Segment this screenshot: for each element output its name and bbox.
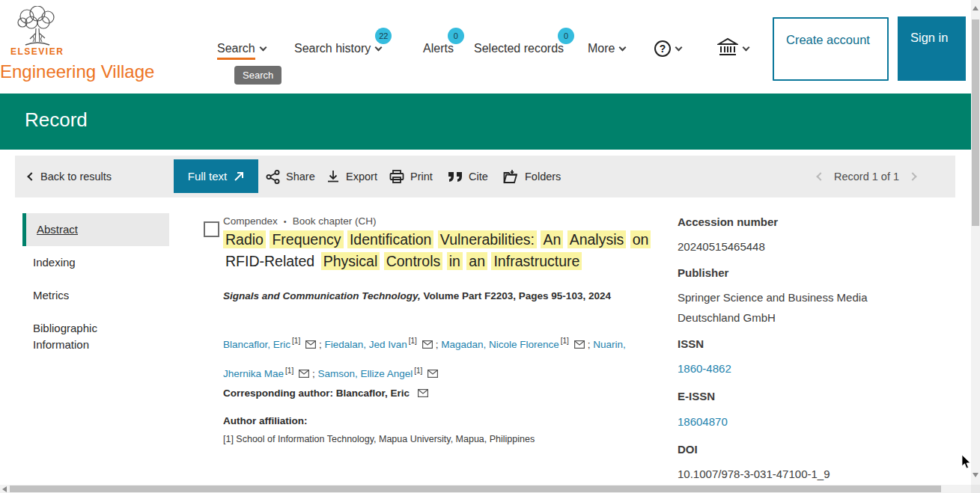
author-entry: Samson, Ellize Angel[1] bbox=[317, 368, 438, 379]
title-word: in bbox=[447, 252, 463, 270]
selected-records-count-badge: 0 bbox=[558, 28, 574, 44]
database-label: Compendex bbox=[223, 215, 278, 227]
page: ELSEVIER Engineering Village Search Sear… bbox=[0, 0, 980, 493]
sidebar-item-metrics[interactable]: Metrics bbox=[22, 279, 169, 312]
next-record-icon[interactable] bbox=[908, 172, 916, 180]
elsevier-wordmark: ELSEVIER bbox=[10, 46, 63, 57]
publisher-label: Publisher bbox=[678, 266, 728, 279]
institution-menu[interactable] bbox=[717, 37, 749, 57]
email-icon[interactable] bbox=[418, 389, 428, 397]
email-icon[interactable] bbox=[574, 340, 585, 349]
eissn-label: E-ISSN bbox=[678, 390, 715, 402]
sidebar-item-bibliographic-information[interactable]: Bibliographic Information bbox=[22, 312, 135, 361]
folder-add-icon bbox=[503, 170, 519, 184]
affiliation-marker: [1] bbox=[285, 367, 293, 375]
help-menu[interactable]: ? bbox=[654, 40, 681, 57]
product-name[interactable]: Engineering Village bbox=[0, 61, 154, 82]
record-nav-label: Record 1 of 1 bbox=[834, 171, 899, 183]
email-icon[interactable] bbox=[427, 370, 438, 378]
chevron-down-icon bbox=[259, 44, 267, 52]
record-title: Radio Frequency Identification Vulnerabi… bbox=[223, 229, 672, 272]
chevron-down-icon bbox=[743, 44, 750, 52]
chevron-down-icon bbox=[675, 44, 683, 52]
record-toolbar: Back to results Full text Share bbox=[15, 156, 955, 197]
institution-icon bbox=[717, 37, 738, 57]
elsevier-tree-logo[interactable] bbox=[10, 6, 63, 51]
title-word: Radio bbox=[223, 230, 266, 248]
share-button[interactable]: Share bbox=[266, 156, 315, 197]
author-entry: Blancaflor, Eric[1] ; bbox=[223, 339, 324, 350]
share-icon bbox=[266, 170, 280, 184]
accession-number-label: Accession number bbox=[678, 215, 778, 228]
sidebar-item-indexing[interactable]: Indexing bbox=[22, 246, 169, 279]
help-icon: ? bbox=[654, 40, 671, 57]
record-section-nav: Abstract Indexing Metrics Bibliographic … bbox=[22, 213, 169, 361]
export-button[interactable]: Export bbox=[326, 156, 377, 197]
email-icon[interactable] bbox=[305, 340, 316, 349]
download-icon bbox=[326, 170, 340, 183]
author-link[interactable]: Magadan, Nicole Florence bbox=[441, 339, 559, 350]
email-icon[interactable] bbox=[299, 370, 309, 378]
sign-in-button[interactable]: Sign in bbox=[898, 16, 966, 81]
nav-alerts[interactable]: Alerts 0 bbox=[423, 42, 454, 55]
affiliation-marker: [1] bbox=[292, 337, 300, 345]
eissn-link[interactable]: 18604870 bbox=[678, 411, 902, 432]
print-button[interactable]: Print bbox=[389, 156, 433, 197]
scrollbar-corner bbox=[971, 485, 980, 493]
author-list: Blancaflor, Eric[1] ; Fiedalan, Jed Ivan… bbox=[223, 328, 657, 387]
title-word: An bbox=[541, 230, 563, 248]
issn-link[interactable]: 1860-4862 bbox=[678, 358, 902, 379]
author-affiliation-label: Author affiliation: bbox=[223, 415, 307, 426]
full-text-button[interactable]: Full text bbox=[174, 159, 258, 193]
title-word: Analysis bbox=[567, 230, 627, 248]
author-link[interactable]: Blancaflor, Eric bbox=[223, 339, 290, 350]
author-entry: Magadan, Nicole Florence[1] ; bbox=[441, 339, 593, 350]
author-link[interactable]: Samson, Ellize Angel bbox=[317, 368, 413, 379]
back-to-results-button[interactable]: Back to results bbox=[28, 156, 112, 197]
record-meta: Compendex•Book chapter (CH) bbox=[223, 215, 376, 227]
issn-label: ISSN bbox=[678, 337, 704, 350]
title-word: RFID-Related bbox=[223, 252, 317, 270]
scroll-up-icon[interactable] bbox=[973, 6, 979, 10]
email-icon[interactable] bbox=[422, 340, 433, 349]
journal-name: Signals and Communication Technology, bbox=[223, 290, 421, 301]
page-title: Record bbox=[25, 108, 973, 132]
alerts-count-badge: 0 bbox=[448, 28, 464, 44]
select-record-checkbox[interactable] bbox=[204, 221, 219, 237]
horizontal-scrollbar-thumb[interactable] bbox=[10, 486, 941, 492]
cite-button[interactable]: Cite bbox=[448, 156, 488, 197]
external-link-arrow-icon bbox=[234, 171, 244, 182]
nav-selected-records[interactable]: Selected records 0 bbox=[474, 42, 564, 55]
create-account-button[interactable]: Create account bbox=[773, 17, 889, 81]
title-word: Infrastructure bbox=[491, 252, 582, 270]
printer-icon bbox=[389, 170, 404, 184]
corresponding-author: Corresponding author: Blancaflor, Eric bbox=[223, 388, 428, 399]
scroll-down-icon[interactable] bbox=[973, 473, 979, 477]
title-word: Physical bbox=[321, 252, 380, 270]
title-word: an bbox=[466, 252, 487, 270]
nav-search-history[interactable]: Search history 22 bbox=[294, 42, 381, 55]
nav-more[interactable]: More bbox=[588, 42, 625, 55]
title-word: Controls bbox=[384, 252, 443, 270]
doi-value: 10.1007/978-3-031-47100-1_9 bbox=[678, 464, 902, 484]
nav-search[interactable]: Search bbox=[217, 42, 266, 60]
record-pagination: Record 1 of 1 bbox=[818, 156, 916, 197]
doc-type-label: Book chapter (CH) bbox=[293, 215, 377, 227]
accession-number-value: 20240515465448 bbox=[678, 236, 902, 257]
previous-record-icon[interactable] bbox=[816, 172, 824, 180]
horizontal-scrollbar[interactable] bbox=[0, 485, 971, 493]
search-history-count-badge: 22 bbox=[375, 28, 392, 44]
affiliation-marker: [1] bbox=[561, 337, 569, 345]
title-word: on bbox=[630, 230, 651, 248]
search-tooltip: Search bbox=[234, 66, 281, 85]
author-link[interactable]: Fiedalan, Jed Ivan bbox=[324, 339, 407, 350]
folders-button[interactable]: Folders bbox=[503, 156, 561, 197]
dot-separator: • bbox=[284, 217, 287, 226]
journal-citation: Signals and Communication Technology, Vo… bbox=[223, 290, 611, 301]
scroll-left-icon[interactable] bbox=[2, 486, 7, 492]
title-word: Vulnerabilities: bbox=[438, 230, 537, 248]
vertical-scrollbar-thumb[interactable] bbox=[972, 19, 979, 226]
affiliation-marker: [1] bbox=[409, 337, 417, 345]
affiliation-marker: [1] bbox=[414, 367, 422, 375]
sidebar-item-abstract[interactable]: Abstract bbox=[22, 213, 169, 246]
